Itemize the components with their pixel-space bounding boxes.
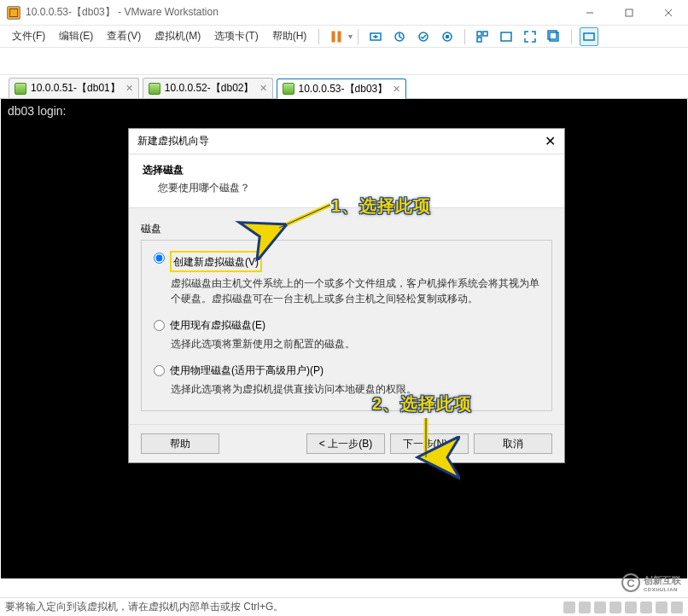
menu-edit[interactable]: 编辑(E) [52,26,100,46]
console-text: db03 login: [8,104,67,118]
single-view-icon[interactable] [497,27,516,46]
svg-rect-5 [338,32,341,42]
radio-label-physical[interactable]: 使用物理磁盘(适用于高级用户)(P) [170,363,324,378]
app-icon [7,6,20,20]
send-keys-icon[interactable] [366,27,385,46]
close-button[interactable] [649,0,688,26]
new-vm-wizard-dialog: 新建虚拟机向导 ✕ 选择磁盘 您要使用哪个磁盘？ 磁盘 创建新虚拟磁盘(V) 虚… [128,128,565,463]
minimize-button[interactable] [570,0,609,26]
window-title: 10.0.0.53-【db03】 - VMware Workstation [26,5,219,20]
tab-label: 10.0.0.52-【db02】 [165,81,254,96]
radio-use-physical-disk[interactable] [154,365,165,376]
snapshot-revert-icon[interactable] [414,27,433,46]
dialog-titlebar: 新建虚拟机向导 ✕ [129,129,564,154]
radio-desc-create: 虚拟磁盘由主机文件系统上的一个或多个文件组成，客户机操作系统会将其视为单个硬盘。… [171,276,539,306]
tab-db02[interactable]: 10.0.0.52-【db02】 ✕ [143,78,273,98]
help-button[interactable]: 帮助 [141,433,219,454]
menu-help[interactable]: 帮助(H) [265,26,314,46]
radio-desc-existing: 选择此选项将重新使用之前配置的磁盘。 [171,336,539,352]
unity-icon[interactable] [545,27,563,46]
menu-vm[interactable]: 虚拟机(M) [148,26,207,46]
snapshot-manager-icon[interactable] [438,27,457,46]
titlebar: 10.0.0.53-【db03】 - VMware Workstation [0,0,688,26]
cancel-button[interactable]: 取消 [474,433,552,454]
close-icon[interactable]: ✕ [125,83,133,94]
svg-rect-13 [477,38,481,42]
menu-tabs[interactable]: 选项卡(T) [207,26,265,46]
svg-rect-14 [501,32,511,41]
statusbar: 要将输入定向到该虚拟机，请在虚拟机内部单击或按 Ctrl+G。 [0,597,688,616]
dialog-title: 新建虚拟机向导 [137,134,209,148]
radio-create-new-disk[interactable] [154,253,165,264]
group-label: 磁盘 [141,222,552,236]
pause-icon[interactable] [327,27,346,46]
vm-icon [149,83,160,95]
dialog-heading: 选择磁盘 [143,163,551,177]
snapshot-icon[interactable] [390,27,409,46]
thumbnail-icon[interactable] [473,27,492,46]
svg-rect-4 [332,32,335,42]
fullscreen-icon[interactable] [521,27,539,46]
svg-rect-1 [626,9,633,16]
svg-point-10 [446,35,449,38]
radio-label-create[interactable]: 创建新虚拟磁盘(V) [173,256,259,268]
next-button[interactable]: 下一步(N) > [390,433,469,454]
status-device-icons [563,601,683,613]
tab-label: 10.0.0.53-【db03】 [299,82,388,96]
library-row [0,48,688,75]
close-icon[interactable]: ✕ [393,84,400,95]
tab-db01[interactable]: 10.0.0.51-【db01】 ✕ [9,78,139,98]
annotation-1: 1、选择此项 [331,195,431,218]
disk-group: 创建新虚拟磁盘(V) 虚拟磁盘由主机文件系统上的一个或多个文件组成，客户机操作系… [141,240,552,411]
radio-use-existing-disk[interactable] [154,320,165,331]
watermark-brand: 创新互联 [644,574,681,587]
dialog-subheading: 您要使用哪个磁盘？ [158,181,551,195]
vm-icon [283,83,294,95]
tabstrip: 10.0.0.51-【db01】 ✕ 10.0.0.52-【db02】 ✕ 10… [0,75,688,99]
menubar: 文件(F) 编辑(E) 查看(V) 虚拟机(M) 选项卡(T) 帮助(H) ▾ [0,26,688,48]
watermark: C 创新互联 CDXHULIAN [621,573,681,592]
menu-view[interactable]: 查看(V) [100,26,148,46]
annotation-2: 2、选择此项 [372,392,472,416]
status-text: 要将输入定向到该虚拟机，请在虚拟机内部单击或按 Ctrl+G。 [5,600,283,614]
stretch-icon[interactable] [580,27,598,46]
dialog-footer: 帮助 < 上一步(B) 下一步(N) > 取消 [129,424,564,462]
tab-db03[interactable]: 10.0.0.53-【db03】 ✕ [277,78,407,99]
close-icon[interactable]: ✕ [545,133,556,149]
svg-rect-12 [483,32,487,36]
vm-icon [15,83,26,95]
svg-rect-11 [477,32,481,36]
maximize-button[interactable] [609,0,649,26]
back-button[interactable]: < 上一步(B) [306,433,385,454]
watermark-sub: CDXHULIAN [644,587,681,592]
svg-rect-17 [584,33,594,40]
menu-file[interactable]: 文件(F) [5,26,52,46]
close-icon[interactable]: ✕ [259,83,267,94]
radio-desc-physical: 选择此选项将为虚拟机提供直接访问本地硬盘的权限。 [171,381,539,397]
radio-label-existing[interactable]: 使用现有虚拟磁盘(E) [170,318,265,333]
tab-label: 10.0.0.51-【db01】 [31,81,120,96]
